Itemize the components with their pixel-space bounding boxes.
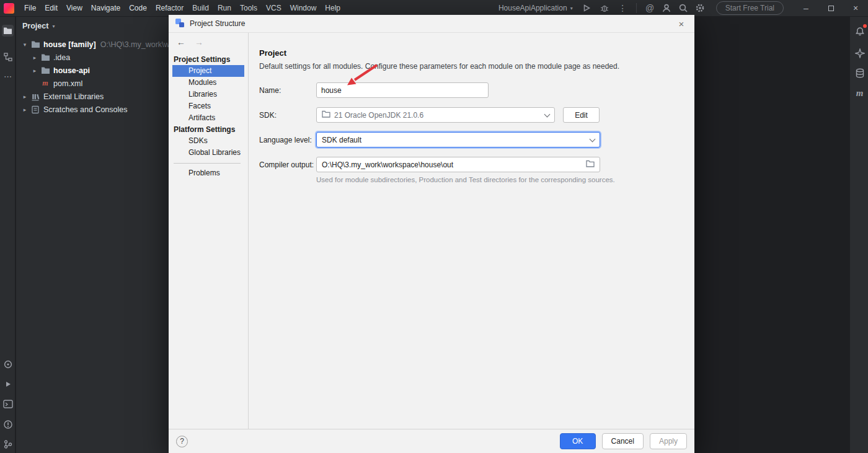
sidebar-item-modules[interactable]: Modules <box>172 77 244 89</box>
version-control-tool-icon[interactable] <box>2 438 14 450</box>
content-heading: Project <box>259 48 682 58</box>
browse-folder-icon[interactable] <box>586 160 595 169</box>
project-settings-form: Name: SDK: 21 Oracle OpenJDK 21.0.6 Edit <box>259 82 682 183</box>
sdk-row: SDK: 21 Oracle OpenJDK 21.0.6 Edit <box>259 107 682 123</box>
project-panel-title: Project <box>22 22 48 30</box>
ai-assistant-icon[interactable] <box>854 47 866 59</box>
back-icon[interactable]: ← <box>177 37 185 47</box>
apply-button[interactable]: Apply <box>650 433 687 449</box>
sidebar-item-artifacts[interactable]: Artifacts <box>172 112 244 124</box>
libraries-icon <box>30 92 41 101</box>
project-structure-icon <box>175 18 185 30</box>
tree-item-label: External Libraries <box>43 92 104 101</box>
more-tool-windows-icon[interactable]: ⋯ <box>2 71 14 82</box>
tree-item-label: Scratches and Consoles <box>43 105 128 114</box>
menu-file[interactable]: File <box>20 1 40 15</box>
run-config-selector[interactable]: HouseApiApplication ▾ <box>494 2 577 14</box>
sidebar-item-facets[interactable]: Facets <box>172 100 244 112</box>
menu-window[interactable]: Window <box>286 1 321 15</box>
sidebar-item-sdks[interactable]: SDKs <box>172 135 244 147</box>
tree-row-house[interactable]: ▾ house [family] O:\HQ\3.my_work\works <box>16 38 169 51</box>
start-free-trial-button[interactable]: Start Free Trial <box>716 1 784 15</box>
chevron-expanded-icon[interactable]: ▾ <box>20 42 30 48</box>
notifications-bell-icon[interactable] <box>854 25 866 37</box>
chevron-down-icon: ▾ <box>570 6 573 11</box>
menu-refactor[interactable]: Refactor <box>151 1 188 15</box>
project-tool-icon[interactable] <box>2 25 14 37</box>
tree-row-house-api[interactable]: ▸ house-api <box>16 64 169 77</box>
code-with-me-icon[interactable] <box>658 1 675 15</box>
language-level-combobox[interactable]: SDK default <box>316 132 600 147</box>
project-panel-header[interactable]: Project ▾ <box>16 17 169 34</box>
sdk-edit-button[interactable]: Edit <box>563 107 600 123</box>
sdk-combobox[interactable]: 21 Oracle OpenJDK 21.0.6 <box>316 107 555 123</box>
settings-gear-icon[interactable] <box>692 1 709 15</box>
name-row: Name: <box>259 82 682 98</box>
tree-row-external-libraries[interactable]: ▸ External Libraries <box>16 90 169 103</box>
chevron-down-icon: ▾ <box>52 24 55 29</box>
menu-code[interactable]: Code <box>125 1 151 15</box>
compiler-output-field[interactable]: O:\HQ\3.my_work\workspace\house\out <box>316 157 600 172</box>
menu-vcs[interactable]: VCS <box>262 1 286 15</box>
at-icon[interactable]: @ <box>642 1 658 15</box>
run-widget: HouseApiApplication ▾ ⋮ <box>494 1 631 15</box>
sdk-label: SDK: <box>259 111 316 120</box>
window-minimize-button[interactable]: – <box>794 0 818 17</box>
sidebar-item-project[interactable]: Project <box>172 65 244 77</box>
menu-navigate[interactable]: Navigate <box>87 1 125 15</box>
debug-icon[interactable] <box>596 1 613 15</box>
menu-view[interactable]: View <box>62 1 87 15</box>
run-icon[interactable] <box>578 1 595 15</box>
tree-item-label: house [family] <box>43 40 96 49</box>
window-maximize-button[interactable] <box>818 0 843 17</box>
structure-tool-icon[interactable] <box>2 51 14 63</box>
chevron-collapsed-icon[interactable]: ▸ <box>20 94 30 100</box>
forward-icon[interactable]: → <box>195 37 203 47</box>
dialog-close-button[interactable]: × <box>675 19 688 29</box>
scratches-icon <box>30 105 41 114</box>
content-description: Default settings for all modules. Config… <box>259 62 682 71</box>
menu-build[interactable]: Build <box>188 1 213 15</box>
project-tool-window: Project ▾ ▾ house [family] O:\HQ\3.my_wo… <box>16 17 169 453</box>
tree-item-label: pom.xml <box>53 79 82 88</box>
cancel-button[interactable]: Cancel <box>602 433 644 449</box>
compiler-output-hint: Used for module subdirectories, Producti… <box>316 176 682 183</box>
left-tool-strip: ⋯ <box>0 17 16 453</box>
problems-tool-icon[interactable] <box>2 418 14 430</box>
chevron-down-icon <box>590 136 596 142</box>
chevron-collapsed-icon[interactable]: ▸ <box>20 107 30 113</box>
window-close-button[interactable]: × <box>843 0 868 17</box>
project-name-input[interactable] <box>316 82 489 98</box>
window-controls: – × <box>794 0 868 17</box>
dialog-nav: ← → <box>169 33 248 51</box>
menu-help[interactable]: Help <box>321 1 345 15</box>
compiler-output-row: Compiler output: O:\HQ\3.my_work\workspa… <box>259 157 682 172</box>
app-logo-icon[interactable] <box>4 3 14 14</box>
compiler-output-value: O:\HQ\3.my_work\workspace\house\out <box>322 161 453 169</box>
terminal-tool-icon[interactable] <box>2 398 14 410</box>
chevron-collapsed-icon[interactable]: ▸ <box>30 68 40 74</box>
help-button[interactable]: ? <box>176 436 188 447</box>
language-level-row: Language level: SDK default <box>259 132 682 147</box>
dialog-body: ← → Project Settings Project Modules Lib… <box>169 33 694 429</box>
chevron-down-icon <box>544 111 551 117</box>
menu-tools[interactable]: Tools <box>236 1 262 15</box>
chevron-collapsed-icon[interactable]: ▸ <box>30 55 40 61</box>
sidebar-header-platform-settings: Platform Settings <box>169 125 248 135</box>
more-run-actions-icon[interactable]: ⋮ <box>614 1 631 15</box>
build-tool-icon[interactable] <box>2 358 14 370</box>
tree-row-pom[interactable]: m pom.xml <box>16 77 169 90</box>
search-icon[interactable] <box>675 1 692 15</box>
ok-button[interactable]: OK <box>560 433 596 449</box>
tree-item-path: O:\HQ\3.my_work\works <box>100 40 169 49</box>
menu-run[interactable]: Run <box>213 1 236 15</box>
tree-row-idea[interactable]: ▸ .idea <box>16 51 169 64</box>
tree-row-scratches[interactable]: ▸ Scratches and Consoles <box>16 103 169 116</box>
services-tool-icon[interactable] <box>2 378 14 390</box>
sidebar-item-problems[interactable]: Problems <box>172 167 244 179</box>
menu-edit[interactable]: Edit <box>40 1 62 15</box>
sidebar-item-libraries[interactable]: Libraries <box>172 89 244 100</box>
maven-tool-icon[interactable]: m <box>854 87 866 99</box>
sidebar-item-global-libraries[interactable]: Global Libraries <box>172 147 244 159</box>
database-tool-icon[interactable] <box>854 67 866 79</box>
